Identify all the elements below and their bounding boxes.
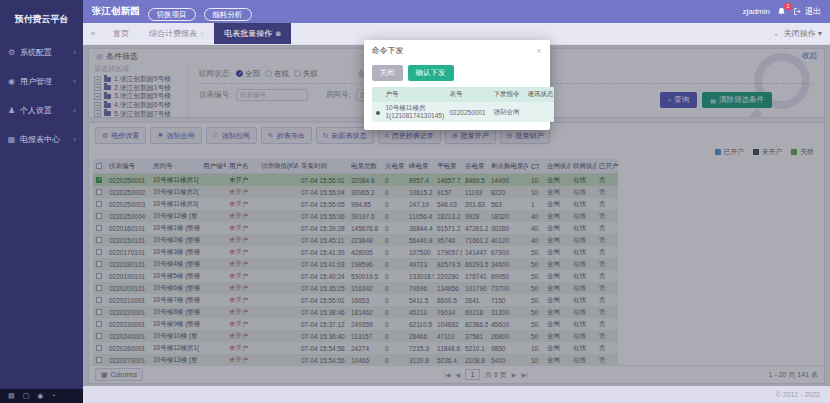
tab-2[interactable]: 电表批量操作⊗ xyxy=(214,23,291,44)
taskbar-icon-2[interactable]: ◉ xyxy=(37,389,43,403)
sidebar-nav: ⚙系统配置‹◉用户管理‹♟个人设置‹▦电报表中心‹ xyxy=(0,38,83,154)
notification-bell-icon[interactable]: 1 xyxy=(777,7,786,16)
sidebar-item-label: 系统配置 xyxy=(20,47,52,58)
sidebar-item-label: 个人设置 xyxy=(20,105,52,116)
modal-column-header-0: 户号 xyxy=(382,87,446,102)
taskbar-icon-1[interactable]: ▢ xyxy=(23,389,30,403)
logout-button[interactable]: 退出 xyxy=(793,6,821,17)
app-window: 预付费云平台 ⚙系统配置‹◉用户管理‹♟个人设置‹▦电报表中心‹ ▤▢◉◔ 张江… xyxy=(0,0,830,403)
modal-title: 命令下发 xyxy=(372,45,404,56)
taskbar-icon-0[interactable]: ▤ xyxy=(8,389,15,403)
sidebar: 预付费云平台 ⚙系统配置‹◉用户管理‹♟个人设置‹▦电报表中心‹ ▤▢◉◔ xyxy=(0,0,83,403)
sidebar-item-icon: ♟ xyxy=(7,106,16,115)
row-selected-dot xyxy=(376,111,380,115)
sidebar-item-1[interactable]: ◉用户管理‹ xyxy=(0,67,83,96)
tab-label: 综合计费报表 xyxy=(149,28,197,39)
sidebar-item-label: 用户管理 xyxy=(20,76,52,87)
chevron-left-icon: ‹ xyxy=(73,106,76,115)
modal-column-header-2: 下发指令 xyxy=(490,87,524,102)
modal-confirm-button[interactable]: 确认下发 xyxy=(408,65,454,81)
modal-column-header-3: 通讯状态 xyxy=(524,87,554,102)
taskbar-icon-3[interactable]: ◔ xyxy=(51,389,55,403)
tab-mark-icon: ○ xyxy=(200,30,204,37)
meter-no-cell: 0220250001 xyxy=(446,102,490,122)
modal-close-icon[interactable]: × xyxy=(536,47,541,55)
app-logo: 预付费云平台 xyxy=(0,0,83,38)
energy-analysis-button[interactable]: 能耗分析 xyxy=(204,8,252,21)
modal-column-header-1: 表号 xyxy=(446,87,490,102)
tabs-collapse-icon[interactable]: « xyxy=(83,23,103,44)
sidebar-item-label: 电报表中心 xyxy=(20,134,60,145)
tab-0[interactable]: 首页 xyxy=(103,23,139,44)
close-operations-dropdown[interactable]: 关闭操作 ▾ xyxy=(784,28,822,39)
tab-label: 首页 xyxy=(113,28,129,39)
tab-list: 首页综合计费报表○电表批量操作⊗ xyxy=(103,23,291,44)
topbar-actions: 切换项目能耗分析 xyxy=(140,3,252,21)
command-table: 户号表号下发指令通讯状态 10号楼11楼房1(12108174130145) 0… xyxy=(372,87,554,122)
command-row[interactable]: 10号楼11楼房1(12108174130145) 0220250001 强制合… xyxy=(372,102,554,122)
sidebar-item-icon: ⚙ xyxy=(7,48,16,57)
page-footer: © 2012 - 2022 xyxy=(83,386,830,403)
comm-status-cell xyxy=(524,102,554,122)
chevron-left-icon: ‹ xyxy=(73,77,76,86)
main-area: 张江创新园 切换项目能耗分析 zjadmin 1 退出 « 首页综合计费报表○电… xyxy=(83,0,830,403)
sidebar-item-3[interactable]: ▦电报表中心‹ xyxy=(0,125,83,154)
modal-close-button[interactable]: 关闭 xyxy=(372,65,403,81)
username[interactable]: zjadmin xyxy=(742,7,770,16)
sidebar-item-icon: ◉ xyxy=(7,77,16,86)
tab-close-icon[interactable]: ⊗ xyxy=(275,30,281,38)
switch-project-button[interactable]: 切换项目 xyxy=(148,8,196,21)
sidebar-item-0[interactable]: ⚙系统配置‹ xyxy=(0,38,83,67)
project-title: 张江创新园 xyxy=(92,5,140,18)
sidebar-item-2[interactable]: ♟个人设置‹ xyxy=(0,96,83,125)
copyright: © 2012 - 2022 xyxy=(776,391,820,398)
logout-icon xyxy=(793,7,802,16)
sidebar-footer-bar: ▤▢◉◔ xyxy=(0,389,83,403)
tab-1[interactable]: 综合计费报表○ xyxy=(139,23,214,44)
notification-badge: 1 xyxy=(784,3,792,10)
chevron-left-icon: ‹ xyxy=(73,48,76,57)
tabs-more-icon[interactable]: » xyxy=(774,31,777,37)
sidebar-item-icon: ▦ xyxy=(7,135,16,144)
command-cell: 强制合闸 xyxy=(490,102,524,122)
account-no-cell: 10号楼11楼房1(12108174130145) xyxy=(382,102,446,122)
command-dispatch-modal: 命令下发 × 关闭 确认下发 户号表号下发指令通讯状态 10号楼11楼房1(12… xyxy=(364,40,550,130)
tab-label: 电表批量操作 xyxy=(224,28,272,39)
topbar: 张江创新园 切换项目能耗分析 zjadmin 1 退出 xyxy=(83,0,830,23)
chevron-left-icon: ‹ xyxy=(73,135,76,144)
